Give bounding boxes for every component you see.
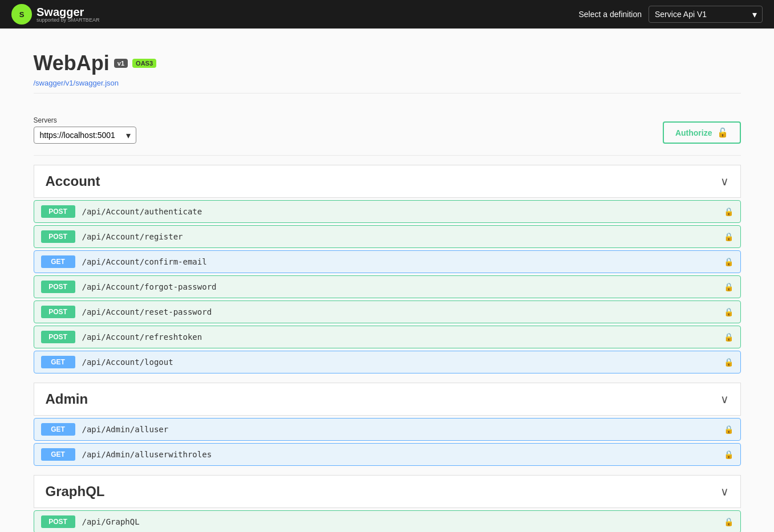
method-badge: POST — [41, 306, 75, 318]
lock-icon: 🔒 — [724, 232, 734, 241]
method-badge: POST — [41, 281, 75, 293]
server-select-wrapper[interactable]: https://localhost:5001 — [34, 127, 136, 144]
nav-right: Select a definition Service Api V1 — [578, 6, 763, 23]
endpoint-row[interactable]: POST /api/Account/reset-password 🔒 — [34, 300, 741, 323]
definition-select-wrapper[interactable]: Service Api V1 — [649, 6, 763, 23]
badge-v1: v1 — [114, 59, 128, 68]
lock-icon: 🔒 — [724, 450, 734, 459]
lock-icon: 🔒 — [724, 332, 734, 342]
lock-icon: 🔒 — [724, 282, 734, 291]
endpoint-row[interactable]: GET /api/Admin/alluser 🔒 — [34, 418, 741, 441]
lock-icon: 🔒 — [724, 207, 734, 216]
chevron-icon-admin: ∨ — [720, 392, 729, 406]
servers-label: Servers — [34, 116, 136, 124]
lock-icon: 🔒 — [724, 517, 734, 526]
method-badge: GET — [41, 423, 75, 436]
api-title: WebApi — [34, 51, 110, 75]
chevron-icon-graphql: ∨ — [720, 485, 729, 498]
badge-oas3: OAS3 — [132, 59, 156, 68]
lock-icon: 🔒 — [724, 425, 734, 434]
method-badge: GET — [41, 356, 75, 368]
endpoint-row[interactable]: POST /api/Account/forgot-password 🔒 — [34, 275, 741, 298]
swagger-link[interactable]: /swagger/v1/swagger.json — [34, 79, 741, 87]
api-title-section: WebApi v1 OAS3 /swagger/v1/swagger.json — [34, 40, 741, 94]
group-title-account: Account — [46, 173, 100, 189]
group-header-admin[interactable]: Admin ∨ — [34, 383, 741, 416]
endpoint-path: /api/Account/logout — [82, 358, 724, 367]
api-groups: Account ∨ POST /api/Account/authenticate… — [34, 165, 741, 532]
endpoint-row[interactable]: POST /api/GraphQL 🔒 — [34, 510, 741, 532]
method-badge: POST — [41, 331, 75, 343]
chevron-icon-account: ∨ — [720, 174, 729, 188]
method-badge: POST — [41, 205, 75, 218]
endpoint-path: /api/Account/authenticate — [82, 207, 724, 216]
endpoint-path: /api/Account/forgot-password — [82, 282, 724, 291]
authorize-label: Authorize — [675, 128, 712, 137]
endpoint-row[interactable]: GET /api/Account/logout 🔒 — [34, 351, 741, 373]
servers-area: Servers https://localhost:5001 — [34, 116, 136, 144]
top-navbar: S Swagger supported by SMARTBEAR Select … — [0, 0, 774, 29]
endpoint-row[interactable]: POST /api/Account/authenticate 🔒 — [34, 200, 741, 223]
servers-section: Servers https://localhost:5001 Authorize… — [34, 105, 741, 156]
endpoint-path: /api/GraphQL — [82, 517, 724, 526]
endpoint-path: /api/Admin/alluserwithroles — [82, 450, 724, 459]
group-title-admin: Admin — [46, 391, 88, 407]
lock-icon: 🔒 — [724, 307, 734, 316]
authorize-button[interactable]: Authorize 🔓 — [663, 121, 741, 144]
group-header-account[interactable]: Account ∨ — [34, 165, 741, 198]
definition-select[interactable]: Service Api V1 — [649, 6, 763, 23]
lock-icon: 🔒 — [724, 358, 734, 367]
endpoint-row[interactable]: GET /api/Account/confirm-email 🔒 — [34, 250, 741, 273]
lock-icon: 🔒 — [724, 257, 734, 266]
endpoint-row[interactable]: POST /api/Account/register 🔒 — [34, 225, 741, 248]
method-badge: GET — [41, 448, 75, 461]
endpoint-path: /api/Account/confirm-email — [82, 257, 724, 266]
brand-name-area: Swagger supported by SMARTBEAR — [37, 6, 99, 23]
endpoint-row[interactable]: GET /api/Admin/alluserwithroles 🔒 — [34, 443, 741, 466]
lock-icon: 🔓 — [717, 127, 728, 138]
method-badge: POST — [41, 230, 75, 243]
group-title-graphql: GraphQL — [46, 484, 105, 499]
brand-area: S Swagger supported by SMARTBEAR — [11, 4, 99, 25]
svg-text:S: S — [19, 10, 25, 19]
method-badge: GET — [41, 255, 75, 268]
endpoint-row[interactable]: POST /api/Account/refreshtoken 🔒 — [34, 326, 741, 348]
endpoint-path: /api/Account/reset-password — [82, 307, 724, 316]
method-badge: POST — [41, 515, 75, 528]
endpoint-path: /api/Admin/alluser — [82, 425, 724, 434]
endpoint-path: /api/Account/register — [82, 232, 724, 241]
group-header-graphql[interactable]: GraphQL ∨ — [34, 475, 741, 508]
server-select[interactable]: https://localhost:5001 — [34, 127, 136, 144]
main-content: WebApi v1 OAS3 /swagger/v1/swagger.json … — [17, 29, 758, 532]
brand-sub: supported by SMARTBEAR — [37, 18, 99, 23]
swagger-logo: S — [11, 4, 32, 25]
api-title-row: WebApi v1 OAS3 — [34, 51, 741, 75]
select-definition-label: Select a definition — [578, 10, 642, 19]
endpoint-path: /api/Account/refreshtoken — [82, 332, 724, 342]
brand-name: Swagger — [37, 6, 99, 18]
